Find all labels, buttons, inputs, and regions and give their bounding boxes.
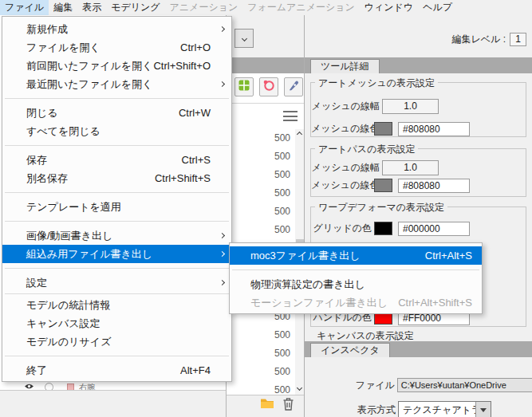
menubar-item-file[interactable]: ファイル bbox=[0, 0, 49, 16]
mesh-line-width-row: メッシュの線幅 1.0 bbox=[311, 99, 526, 114]
menu-separator bbox=[232, 269, 479, 270]
trash-icon[interactable] bbox=[282, 397, 294, 414]
parameter-panel-toolbar bbox=[227, 395, 305, 417]
submenu-arrow-icon bbox=[219, 26, 225, 32]
display-mode-label: 表示方式 bbox=[305, 403, 396, 417]
menu-item-canvas-settings[interactable]: キャンバス設定 bbox=[2, 314, 231, 332]
parameter-value: 500 bbox=[227, 221, 295, 239]
parameter-panel-header bbox=[227, 15, 305, 57]
menu-item-close-all[interactable]: すべてを閉じる bbox=[2, 122, 231, 140]
grid-color-input[interactable]: #000000 bbox=[398, 222, 470, 236]
menu-item-model-statistics[interactable]: モデルの統計情報 bbox=[2, 296, 231, 314]
menu-item-settings[interactable]: 設定 bbox=[2, 273, 231, 292]
mesh-line-width-input[interactable]: 1.0 bbox=[382, 160, 439, 175]
app-window: ファイル 編集 表示 モデリング アニメーション フォームアニメーション ウィン… bbox=[0, 0, 532, 417]
parameter-panel: 500 500 500 500 500 500 500 500 500 500 … bbox=[226, 15, 304, 417]
field-label: メッシュの線色 bbox=[311, 122, 372, 136]
color-swatch[interactable] bbox=[374, 179, 392, 192]
divider bbox=[227, 103, 305, 104]
menu-item-save-as[interactable]: 別名保存 Ctrl+Shift+S bbox=[2, 169, 231, 187]
parameter-value: 500 bbox=[227, 184, 295, 203]
menu-item-apply-template[interactable]: テンプレートを適用 bbox=[2, 198, 231, 216]
tool-dropdown-button[interactable] bbox=[234, 29, 254, 48]
edit-level-label: 編集レベル : bbox=[451, 33, 506, 46]
menu-item-export-runtime-files[interactable]: 組込み用ファイル書き出し bbox=[2, 245, 231, 263]
panel-menu-icon[interactable] bbox=[283, 111, 298, 121]
parameter-value-list: 500 500 500 500 500 bbox=[227, 308, 295, 399]
group-title: アートメッシュの表示設定 bbox=[315, 77, 438, 90]
menu-item-model-resize[interactable]: モデルのリサイズ bbox=[2, 332, 231, 351]
group-title: アートパスの表示設定 bbox=[315, 143, 418, 156]
file-label: ファイル bbox=[305, 379, 395, 392]
glue-pen-tool-button[interactable] bbox=[284, 77, 303, 96]
tab-inspector[interactable]: インスペクタ bbox=[310, 343, 390, 357]
inspector-content: ファイル C:¥Users¥uutan¥OneDrive 表示方式 テクスチャア… bbox=[305, 356, 532, 417]
right-panel: 編集レベル : 1 ツール詳細 アートメッシュの表示設定 メッシュの線幅 1.0… bbox=[304, 15, 532, 417]
scroll-down-icon[interactable] bbox=[297, 385, 302, 391]
menu-separator bbox=[5, 268, 229, 269]
edit-level-value[interactable]: 1 bbox=[510, 33, 526, 46]
menu-separator bbox=[5, 221, 229, 222]
menu-item-new[interactable]: 新規作成 bbox=[2, 20, 231, 38]
edit-level: 編集レベル : 1 bbox=[451, 32, 526, 46]
mesh-line-color-row: メッシュの線色 #808080 bbox=[311, 178, 526, 193]
folder-icon[interactable] bbox=[260, 398, 274, 412]
menubar-item-animation: アニメーション bbox=[165, 0, 243, 16]
menu-item-open-file[interactable]: ファイルを開く Ctrl+O bbox=[2, 38, 231, 57]
menu-separator bbox=[5, 145, 229, 146]
artmesh-display-group: アートメッシュの表示設定 メッシュの線幅 1.0 メッシュの線色 #808080 bbox=[310, 82, 526, 137]
display-mode-select[interactable]: テクスチャアトラス bbox=[398, 401, 491, 417]
canvas-display-group-title: キャンバスの表示設定 bbox=[314, 329, 416, 341]
menubar-item-edit[interactable]: 編集 bbox=[49, 0, 77, 16]
menu-separator bbox=[5, 293, 229, 294]
parameter-value: 500 bbox=[227, 344, 295, 363]
field-label: メッシュの線幅 bbox=[311, 100, 380, 113]
rotation-deformer-tool-button[interactable] bbox=[259, 77, 278, 96]
color-swatch[interactable] bbox=[374, 222, 392, 235]
menu-item-export-moc3[interactable]: moc3ファイル書き出し Ctrl+Alt+S bbox=[230, 246, 482, 265]
menu-item-exit[interactable]: 終了 Alt+F4 bbox=[2, 361, 231, 380]
mesh-grid-icon bbox=[238, 79, 250, 95]
parameter-value: 500 bbox=[227, 148, 295, 166]
group-title: ワープデフォーマの表示設定 bbox=[315, 201, 447, 214]
menubar-item-view[interactable]: 表示 bbox=[77, 0, 106, 16]
menu-item-close[interactable]: 閉じる Ctrl+W bbox=[2, 104, 231, 122]
mesh-line-color-input[interactable]: #808080 bbox=[398, 179, 470, 193]
artpath-display-group: アートパスの表示設定 メッシュの線幅 1.0 メッシュの線色 #808080 bbox=[310, 148, 526, 197]
menu-item-open-recent-file[interactable]: 最近開いたファイルを開く bbox=[2, 75, 231, 93]
pen-icon bbox=[287, 79, 300, 95]
menu-item-export-image-video[interactable]: 画像/動画書き出し bbox=[2, 226, 231, 245]
submenu-arrow-icon bbox=[219, 251, 225, 257]
menu-separator bbox=[5, 98, 229, 99]
menu-separator bbox=[5, 356, 229, 356]
scroll-up-icon[interactable] bbox=[297, 132, 302, 137]
file-row: ファイル C:¥Users¥uutan¥OneDrive bbox=[305, 378, 532, 392]
menubar-item-window[interactable]: ウィンドウ bbox=[360, 0, 418, 16]
menu-item-export-physics[interactable]: 物理演算設定の書き出し bbox=[230, 275, 482, 293]
parameter-value-list: 500 500 500 500 500 500 bbox=[227, 129, 295, 239]
parameter-value: 500 bbox=[227, 203, 295, 221]
menubar-item-modeling[interactable]: モデリング bbox=[106, 0, 164, 16]
parameter-value: 500 bbox=[227, 166, 295, 184]
parts-panel-footer bbox=[0, 390, 226, 417]
mesh-line-width-input[interactable]: 1.0 bbox=[382, 99, 439, 114]
parameter-value: 500 bbox=[227, 129, 295, 148]
mesh-line-color-row: メッシュの線色 #808080 bbox=[311, 121, 526, 136]
caret-down-icon bbox=[480, 408, 487, 412]
color-swatch[interactable] bbox=[374, 122, 392, 136]
field-label: メッシュの線幅 bbox=[311, 161, 380, 175]
submenu-arrow-icon bbox=[219, 233, 225, 238]
menu-item-save[interactable]: 保存 Ctrl+S bbox=[2, 151, 231, 169]
tool-detail-tabbar: ツール詳細 bbox=[305, 57, 532, 73]
tab-tool-detail[interactable]: ツール詳細 bbox=[310, 59, 380, 73]
parameter-tabbar bbox=[227, 57, 305, 73]
dropdown-button[interactable] bbox=[475, 402, 491, 417]
mesh-line-color-input[interactable]: #808080 bbox=[398, 122, 470, 136]
menubar-item-help[interactable]: ヘルプ bbox=[418, 0, 457, 16]
chevron-down-icon bbox=[241, 35, 246, 41]
menu-item-open-last-file[interactable]: 前回開いたファイルを開く Ctrl+Shift+O bbox=[2, 57, 231, 75]
artmesh-tool-button[interactable] bbox=[234, 77, 254, 96]
display-mode-row: 表示方式 テクスチャアトラス bbox=[305, 401, 532, 417]
submenu-arrow-icon bbox=[219, 81, 225, 87]
display-mode-value: テクスチャアトラス bbox=[399, 403, 475, 417]
